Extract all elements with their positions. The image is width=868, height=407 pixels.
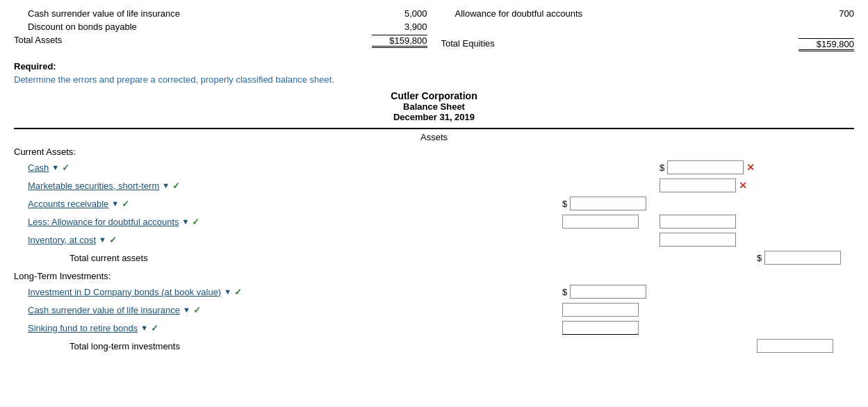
top-left: Cash surrender value of life insurance 5… [14, 7, 427, 53]
cs-link[interactable]: Cash surrender value of life insurance [28, 305, 180, 315]
cs-amounts [306, 303, 854, 317]
total-assets-line: Total Assets $159,800 [14, 33, 427, 49]
section-divider [14, 128, 854, 129]
cash-row: Cash ▼ ✓ $ ✕ [14, 158, 854, 176]
inv-dollar: $ [562, 287, 567, 297]
total-assets-label: Total Assets [14, 35, 62, 48]
tlt-sub3 [757, 339, 854, 353]
inventory-link[interactable]: Inventory, at cost [28, 235, 96, 245]
marketable-label-col: Marketable securities, short-term ▼ ✓ [14, 181, 306, 191]
allowance-amounts [306, 215, 854, 229]
investment-dropdown-icon[interactable]: ▼ [224, 288, 231, 296]
top-right: Allowance for doubtful accounts 700 Tota… [441, 7, 855, 53]
sk-sub1 [562, 321, 660, 335]
ar-amounts: $ [306, 197, 854, 210]
required-section: Required: Determine the errors and prepa… [14, 61, 854, 85]
cash-surrender-value: 5,000 [372, 8, 427, 19]
cash-check-icon: ✓ [62, 163, 69, 173]
marketable-check-icon: ✓ [172, 181, 180, 191]
cash-dollar: $ [660, 163, 664, 173]
total-lt-label-col: Total long-term investments [14, 341, 306, 351]
allowance-sub2 [660, 215, 757, 229]
discount-label: Discount on bonds payable [14, 22, 137, 32]
company-name: Cutler Corporation [14, 90, 854, 101]
top-entry-discount: Discount on bonds payable 3,900 [14, 20, 427, 33]
cash-surrender-label: Cash surrender value of life insurance [14, 8, 180, 19]
investment-check-icon: ✓ [234, 287, 242, 297]
investment-input[interactable] [570, 285, 646, 299]
long-term-label: Long-Term Investments: [14, 271, 854, 281]
discount-value: 3,900 [372, 22, 427, 32]
inventory-check-icon: ✓ [109, 235, 117, 245]
inventory-row: Inventory, at cost ▼ ✓ [14, 231, 854, 249]
marketable-row: Marketable securities, short-term ▼ ✓ ✕ [14, 176, 854, 194]
cash-label-col: Cash ▼ ✓ [14, 163, 306, 173]
marketable-input[interactable] [660, 178, 736, 192]
inventory-label-col: Inventory, at cost ▼ ✓ [14, 235, 306, 245]
sinking-dropdown-icon[interactable]: ▼ [140, 324, 148, 332]
cash-sub2: $ ✕ [660, 160, 757, 174]
marketable-dropdown-icon[interactable]: ▼ [162, 181, 170, 190]
ar-label-col: Accounts receivable ▼ ✓ [14, 199, 306, 209]
total-equities-line: Total Equities $159,800 [441, 37, 855, 53]
sinking-input[interactable] [562, 321, 639, 335]
cs-label-col: Cash surrender value of life insurance ▼… [14, 305, 306, 315]
top-table: Cash surrender value of life insurance 5… [14, 7, 854, 53]
top-entry-cash-surrender: Cash surrender value of life insurance 5… [14, 7, 427, 20]
ar-link[interactable]: Accounts receivable [28, 199, 108, 209]
total-lt-amounts [306, 339, 854, 353]
ar-dropdown-icon[interactable]: ▼ [111, 199, 119, 208]
total-current-input[interactable] [764, 251, 841, 265]
total-current-label: Total current assets [42, 253, 148, 263]
sheet-title: Balance Sheet [14, 101, 854, 112]
bs-header: Cutler Corporation Balance Sheet Decembe… [14, 90, 854, 122]
inventory-input[interactable] [660, 233, 736, 247]
marketable-sub2: ✕ [660, 178, 757, 192]
inventory-dropdown-icon[interactable]: ▼ [99, 235, 106, 244]
cash-input[interactable] [667, 160, 744, 174]
allowance-check-icon: ✓ [192, 217, 199, 227]
allowance-top-label: Allowance for doubtful accounts [441, 8, 583, 19]
cs-dropdown-icon[interactable]: ▼ [183, 306, 190, 314]
sinking-link[interactable]: Sinking fund to retire bonds [28, 323, 138, 333]
investment-label-col: Investment in D Company bonds (at book v… [14, 287, 306, 297]
sinking-label-col: Sinking fund to retire bonds ▼ ✓ [14, 323, 306, 333]
cash-amounts: $ ✕ [306, 160, 854, 174]
allowance-net-input[interactable] [660, 215, 736, 229]
marketable-link[interactable]: Marketable securities, short-term [28, 181, 159, 191]
instruction-text: Determine the errors and prepare a corre… [14, 74, 854, 85]
total-equities-value: $159,800 [799, 38, 854, 51]
current-assets-label: Current Assets: [14, 147, 854, 157]
allowance-input[interactable] [562, 215, 639, 229]
inventory-sub2 [660, 233, 757, 247]
required-label: Required: [14, 61, 854, 72]
tc-dollar: $ [757, 253, 762, 263]
ar-dollar: $ [562, 199, 567, 209]
cs-input[interactable] [562, 303, 639, 317]
total-assets-value: $159,800 [372, 35, 427, 48]
marketable-x-icon: ✕ [739, 180, 747, 191]
tc-sub3: $ [757, 251, 854, 265]
assets-header: Assets [14, 132, 854, 142]
ar-input[interactable] [570, 197, 646, 210]
cash-link[interactable]: Cash [28, 163, 49, 173]
total-equities-label: Total Equities [441, 38, 495, 51]
total-current-label-col: Total current assets [14, 253, 306, 263]
cash-dropdown-icon[interactable]: ▼ [51, 163, 59, 172]
cash-x-icon: ✕ [746, 162, 755, 173]
sheet-date: December 31, 2019 [14, 112, 854, 122]
top-entry-allowance: Allowance for doubtful accounts 700 [441, 7, 855, 20]
inventory-amounts [306, 233, 854, 247]
total-lt-input[interactable] [757, 339, 833, 353]
allowance-sub1 [562, 215, 660, 229]
ar-check-icon: ✓ [122, 199, 129, 209]
cash-surrender-row: Cash surrender value of life insurance ▼… [14, 301, 854, 319]
investment-link[interactable]: Investment in D Company bonds (at book v… [28, 287, 221, 297]
total-lt-row: Total long-term investments [14, 337, 854, 355]
allowance-dropdown-icon[interactable]: ▼ [182, 217, 190, 226]
sinking-check-icon: ✓ [151, 323, 158, 333]
cs-sub1 [562, 303, 660, 317]
allowance-row: Less: Allowance for doubtful accounts ▼ … [14, 213, 854, 231]
marketable-amounts: ✕ [306, 178, 854, 192]
allowance-link[interactable]: Less: Allowance for doubtful accounts [28, 217, 179, 227]
